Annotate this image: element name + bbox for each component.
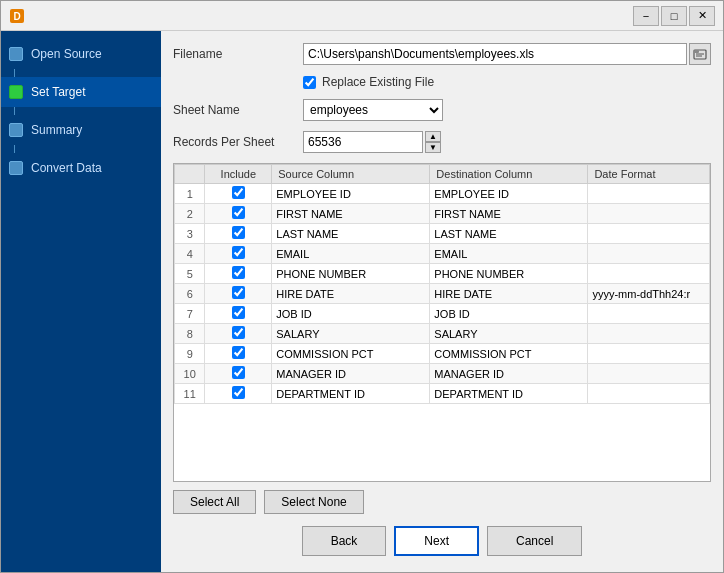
row-dest-4: EMAIL bbox=[430, 244, 588, 264]
maximize-button[interactable]: □ bbox=[661, 6, 687, 26]
close-button[interactable]: ✕ bbox=[689, 6, 715, 26]
row-include-11[interactable] bbox=[205, 384, 272, 404]
sheetname-select[interactable]: employees bbox=[303, 99, 443, 121]
records-row: Records Per Sheet ▲ ▼ bbox=[173, 131, 711, 153]
row-include-3[interactable] bbox=[205, 224, 272, 244]
table-row: 4 EMAIL EMAIL bbox=[175, 244, 710, 264]
table-row: 9 COMMISSION PCT COMMISSION PCT bbox=[175, 344, 710, 364]
row-include-4[interactable] bbox=[205, 244, 272, 264]
col-header-num bbox=[175, 165, 205, 184]
svg-rect-3 bbox=[694, 50, 699, 53]
row-dest-2: FIRST NAME bbox=[430, 204, 588, 224]
row-source-3: LAST NAME bbox=[272, 224, 430, 244]
row-include-5[interactable] bbox=[205, 264, 272, 284]
table-row: 10 MANAGER ID MANAGER ID bbox=[175, 364, 710, 384]
row-checkbox-9[interactable] bbox=[232, 346, 245, 359]
row-dest-11: DEPARTMENT ID bbox=[430, 384, 588, 404]
sidebar-dot-set-target bbox=[9, 85, 23, 99]
row-include-9[interactable] bbox=[205, 344, 272, 364]
row-dest-10: MANAGER ID bbox=[430, 364, 588, 384]
row-include-2[interactable] bbox=[205, 204, 272, 224]
app-icon: D bbox=[9, 8, 25, 24]
table-row: 5 PHONE NUMBER PHONE NUMBER bbox=[175, 264, 710, 284]
filename-row: Filename bbox=[173, 43, 711, 65]
row-include-7[interactable] bbox=[205, 304, 272, 324]
records-input[interactable] bbox=[303, 131, 423, 153]
sheetname-label: Sheet Name bbox=[173, 103, 303, 117]
row-checkbox-1[interactable] bbox=[232, 186, 245, 199]
row-date-5 bbox=[588, 264, 710, 284]
row-num-10: 10 bbox=[175, 364, 205, 384]
row-dest-9: COMMISSION PCT bbox=[430, 344, 588, 364]
sidebar-item-open-source[interactable]: Open Source bbox=[1, 39, 161, 69]
row-source-11: DEPARTMENT ID bbox=[272, 384, 430, 404]
row-checkbox-4[interactable] bbox=[232, 246, 245, 259]
replace-checkbox-row: Replace Existing File bbox=[303, 75, 711, 89]
row-include-10[interactable] bbox=[205, 364, 272, 384]
sidebar-dot-open-source bbox=[9, 47, 23, 61]
row-include-1[interactable] bbox=[205, 184, 272, 204]
row-checkbox-5[interactable] bbox=[232, 266, 245, 279]
columns-table-container: Include Source Column Destination Column… bbox=[173, 163, 711, 482]
row-date-2 bbox=[588, 204, 710, 224]
sidebar-item-convert-data[interactable]: Convert Data bbox=[1, 153, 161, 183]
col-header-dest: Destination Column bbox=[430, 165, 588, 184]
spinner-down[interactable]: ▼ bbox=[425, 142, 441, 153]
row-checkbox-8[interactable] bbox=[232, 326, 245, 339]
row-include-6[interactable] bbox=[205, 284, 272, 304]
replace-checkbox[interactable] bbox=[303, 76, 316, 89]
connector-line-3 bbox=[14, 145, 15, 153]
connector-line-2 bbox=[14, 107, 15, 115]
table-row: 3 LAST NAME LAST NAME bbox=[175, 224, 710, 244]
select-none-button[interactable]: Select None bbox=[264, 490, 363, 514]
table-row: 8 SALARY SALARY bbox=[175, 324, 710, 344]
cancel-button[interactable]: Cancel bbox=[487, 526, 582, 556]
browse-button[interactable] bbox=[689, 43, 711, 65]
footer-buttons: Back Next Cancel bbox=[173, 522, 711, 560]
row-num-4: 4 bbox=[175, 244, 205, 264]
col-header-include: Include bbox=[205, 165, 272, 184]
row-num-1: 1 bbox=[175, 184, 205, 204]
table-row: 6 HIRE DATE HIRE DATE yyyy-mm-ddThh24:r bbox=[175, 284, 710, 304]
col-header-source: Source Column bbox=[272, 165, 430, 184]
row-date-6: yyyy-mm-ddThh24:r bbox=[588, 284, 710, 304]
row-checkbox-7[interactable] bbox=[232, 306, 245, 319]
main-content: Open Source Set Target Summary Convert D… bbox=[1, 31, 723, 572]
row-num-5: 5 bbox=[175, 264, 205, 284]
sidebar-item-summary[interactable]: Summary bbox=[1, 115, 161, 145]
row-source-4: EMAIL bbox=[272, 244, 430, 264]
svg-text:D: D bbox=[13, 11, 20, 22]
window: D − □ ✕ Open Source Set Target Summary bbox=[0, 0, 724, 573]
select-all-button[interactable]: Select All bbox=[173, 490, 256, 514]
table-row: 7 JOB ID JOB ID bbox=[175, 304, 710, 324]
sidebar-dot-convert-data bbox=[9, 161, 23, 175]
row-num-8: 8 bbox=[175, 324, 205, 344]
row-dest-8: SALARY bbox=[430, 324, 588, 344]
replace-label: Replace Existing File bbox=[322, 75, 434, 89]
row-date-3 bbox=[588, 224, 710, 244]
spinner-up[interactable]: ▲ bbox=[425, 131, 441, 142]
next-button[interactable]: Next bbox=[394, 526, 479, 556]
minimize-button[interactable]: − bbox=[633, 6, 659, 26]
table-row: 2 FIRST NAME FIRST NAME bbox=[175, 204, 710, 224]
filename-input[interactable] bbox=[303, 43, 687, 65]
sidebar-item-set-target[interactable]: Set Target bbox=[1, 77, 161, 107]
row-num-7: 7 bbox=[175, 304, 205, 324]
row-checkbox-2[interactable] bbox=[232, 206, 245, 219]
back-button[interactable]: Back bbox=[302, 526, 387, 556]
row-checkbox-3[interactable] bbox=[232, 226, 245, 239]
right-panel: Filename Replace Existing File bbox=[161, 31, 723, 572]
row-checkbox-6[interactable] bbox=[232, 286, 245, 299]
row-checkbox-10[interactable] bbox=[232, 366, 245, 379]
row-source-1: EMPLOYEE ID bbox=[272, 184, 430, 204]
row-source-5: PHONE NUMBER bbox=[272, 264, 430, 284]
sheetname-row: Sheet Name employees bbox=[173, 99, 711, 121]
row-include-8[interactable] bbox=[205, 324, 272, 344]
row-date-4 bbox=[588, 244, 710, 264]
row-checkbox-11[interactable] bbox=[232, 386, 245, 399]
table-body: 1 EMPLOYEE ID EMPLOYEE ID 2 FIRST NAME F… bbox=[175, 184, 710, 404]
sidebar: Open Source Set Target Summary Convert D… bbox=[1, 31, 161, 572]
row-source-10: MANAGER ID bbox=[272, 364, 430, 384]
sidebar-label-set-target: Set Target bbox=[31, 85, 85, 99]
row-date-10 bbox=[588, 364, 710, 384]
